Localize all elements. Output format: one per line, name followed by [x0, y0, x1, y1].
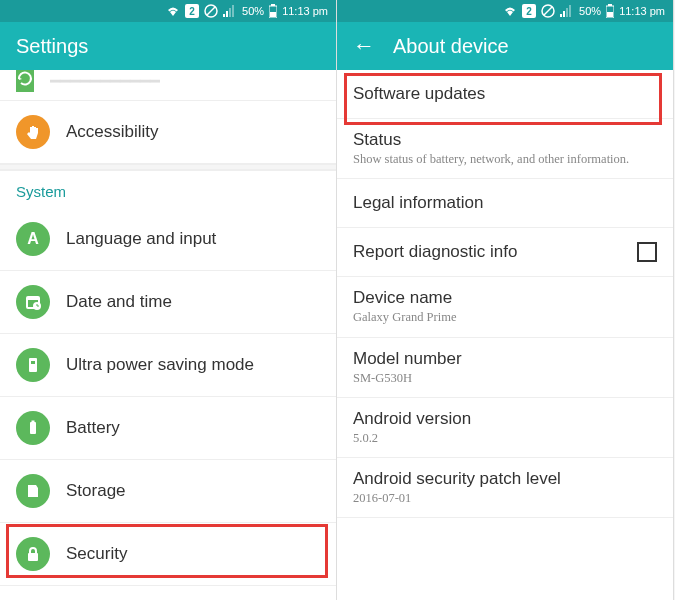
about-header: ← About device	[337, 22, 673, 70]
svg-rect-15	[32, 421, 35, 423]
svg-rect-14	[30, 422, 36, 434]
settings-screen: 2 50% 11:13 pm Settings ━━━━━━━━━━━ Acce…	[0, 0, 337, 600]
settings-header: Settings	[0, 22, 336, 70]
list-item-language[interactable]: A Language and input	[0, 208, 336, 271]
page-title: Settings	[16, 35, 88, 58]
list-item-software-updates[interactable]: Software updates	[337, 70, 673, 119]
storage-icon	[16, 474, 50, 508]
wifi-icon	[166, 5, 180, 17]
item-label: Status	[353, 130, 657, 150]
no-signal-icon	[204, 4, 218, 18]
signal-icon	[223, 5, 237, 17]
list-item-security[interactable]: Security	[0, 523, 336, 586]
battery-item-icon	[16, 411, 50, 445]
clock: 11:13 pm	[282, 5, 328, 17]
item-sub: Galaxy Grand Prime	[353, 309, 657, 325]
checkbox[interactable]	[637, 242, 657, 262]
svg-rect-24	[566, 8, 568, 17]
svg-rect-13	[31, 361, 35, 364]
sim-badge: 2	[185, 4, 199, 18]
item-label: Ultra power saving mode	[66, 355, 320, 375]
clock: 11:13 pm	[619, 5, 665, 17]
list-item-datetime[interactable]: Date and time	[0, 271, 336, 334]
battery-icon	[269, 4, 277, 18]
svg-rect-16	[28, 553, 38, 561]
system-section-header: System	[0, 170, 336, 208]
status-bar: 2 50% 11:13 pm	[0, 0, 336, 22]
item-label: Report diagnostic info	[353, 242, 621, 262]
svg-rect-5	[232, 5, 234, 17]
svg-rect-8	[270, 12, 276, 17]
about-list[interactable]: Software updates Status Show status of b…	[337, 70, 673, 600]
list-item-storage[interactable]: Storage	[0, 460, 336, 523]
signal-icon	[560, 5, 574, 17]
item-label: Battery	[66, 418, 320, 438]
item-label: Security	[66, 544, 320, 564]
item-label: Legal information	[353, 193, 657, 213]
svg-rect-2	[223, 14, 225, 17]
calendar-icon	[16, 285, 50, 319]
wifi-icon	[503, 5, 517, 17]
item-label: Android security patch level	[353, 469, 657, 489]
item-label: Storage	[66, 481, 320, 501]
item-label: Device name	[353, 288, 657, 308]
item-label: Date and time	[66, 292, 320, 312]
settings-list[interactable]: ━━━━━━━━━━━ Accessibility System A Langu…	[0, 70, 336, 600]
svg-rect-3	[226, 11, 228, 17]
language-icon: A	[16, 222, 50, 256]
item-label: Accessibility	[66, 122, 320, 142]
item-label: Software updates	[353, 84, 657, 104]
list-item-diagnostic[interactable]: Report diagnostic info	[337, 228, 673, 277]
svg-line-1	[207, 7, 215, 15]
item-sub: Show status of battery, network, and oth…	[353, 151, 657, 167]
svg-rect-28	[607, 12, 613, 17]
back-icon[interactable]: ←	[353, 33, 375, 59]
svg-line-21	[544, 7, 552, 15]
item-label: Model number	[353, 349, 657, 369]
page-title: About device	[393, 35, 509, 58]
item-label: Language and input	[66, 229, 320, 249]
list-item-security-patch[interactable]: Android security patch level 2016-07-01	[337, 458, 673, 518]
lock-icon	[16, 537, 50, 571]
list-item-device-name[interactable]: Device name Galaxy Grand Prime	[337, 277, 673, 337]
list-item-powersaving[interactable]: Ultra power saving mode	[0, 334, 336, 397]
list-item-model[interactable]: Model number SM-G530H	[337, 338, 673, 398]
list-item-accessibility[interactable]: Accessibility	[0, 101, 336, 164]
powersave-icon	[16, 348, 50, 382]
item-label: Android version	[353, 409, 657, 429]
about-device-screen: 2 50% 11:13 pm ← About device Software u…	[337, 0, 674, 600]
no-signal-icon	[541, 4, 555, 18]
svg-rect-12	[29, 358, 37, 372]
battery-pct: 50%	[579, 5, 601, 17]
svg-rect-25	[569, 5, 571, 17]
battery-pct: 50%	[242, 5, 264, 17]
sim-badge: 2	[522, 4, 536, 18]
list-item-battery[interactable]: Battery	[0, 397, 336, 460]
list-item-status[interactable]: Status Show status of battery, network, …	[337, 119, 673, 179]
item-sub: 5.0.2	[353, 430, 657, 446]
svg-rect-22	[560, 14, 562, 17]
item-sub: SM-G530H	[353, 370, 657, 386]
list-item-android-version[interactable]: Android version 5.0.2	[337, 398, 673, 458]
backup-icon	[16, 70, 34, 92]
hand-icon	[16, 115, 50, 149]
list-item-legal[interactable]: Legal information	[337, 179, 673, 228]
item-sub: 2016-07-01	[353, 490, 657, 506]
list-item-about[interactable]: About device	[0, 586, 336, 600]
svg-rect-4	[229, 8, 231, 17]
status-bar: 2 50% 11:13 pm	[337, 0, 673, 22]
svg-rect-23	[563, 11, 565, 17]
list-item[interactable]: ━━━━━━━━━━━	[0, 70, 336, 101]
item-label: ━━━━━━━━━━━	[50, 71, 160, 92]
battery-icon	[606, 4, 614, 18]
